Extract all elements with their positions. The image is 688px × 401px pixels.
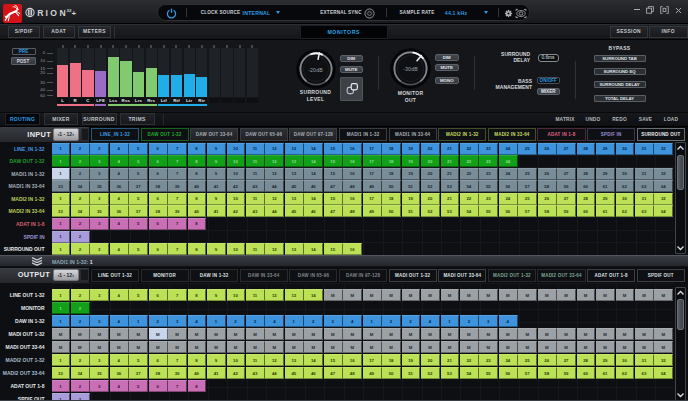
svg-text:R: R [37,8,44,18]
svg-text:N: N [59,8,65,18]
svg-text:+: + [72,9,77,18]
svg-text:I: I [45,8,47,18]
svg-text:O: O [50,8,57,18]
